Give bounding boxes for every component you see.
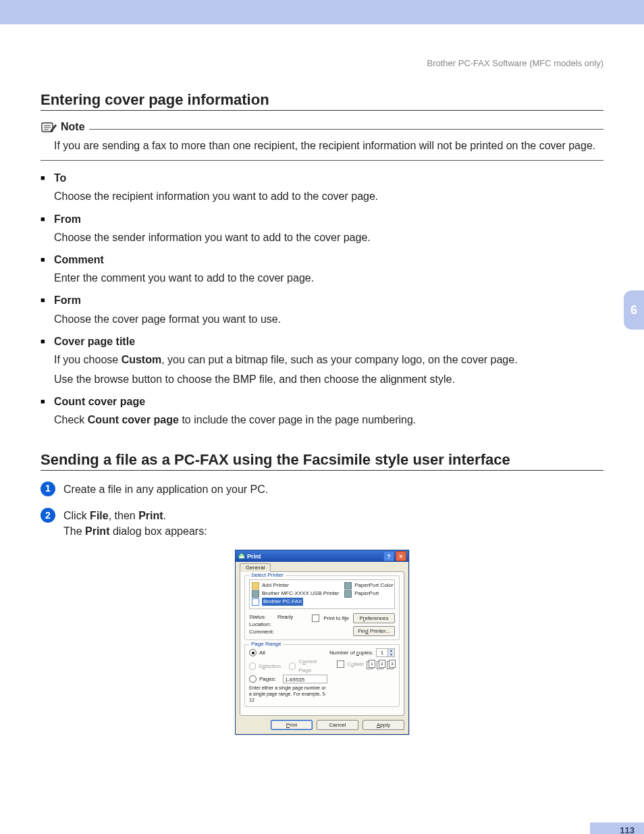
radio-pages-label: Pages: bbox=[259, 675, 276, 683]
printer-list[interactable]: Add Printer Brother MFC-XXXX USB Printer… bbox=[249, 579, 395, 609]
radio-all[interactable] bbox=[249, 649, 257, 656]
page-number: 113 bbox=[590, 823, 644, 834]
section2-title: Sending a file as a PC-FAX using the Fac… bbox=[41, 451, 603, 469]
copies-value: 1 bbox=[377, 649, 387, 656]
item-form-desc: Choose the cover page format you want to… bbox=[54, 311, 603, 327]
copies-spinner[interactable]: 1 ▲▼ bbox=[376, 648, 395, 657]
print-to-file-checkbox[interactable] bbox=[312, 615, 319, 622]
spinner-down-icon[interactable]: ▼ bbox=[388, 653, 394, 657]
group-select-printer-legend: Select Printer bbox=[249, 572, 286, 578]
printer-item-selected[interactable]: Brother PC-FAX bbox=[262, 598, 303, 606]
radio-pages[interactable] bbox=[249, 675, 257, 683]
titlebar-help-button[interactable]: ? bbox=[383, 551, 394, 561]
radio-all-label: All bbox=[259, 648, 265, 657]
copies-label: Number of copies: bbox=[329, 650, 373, 656]
step-list: 1 Create a file in any application on yo… bbox=[41, 481, 603, 540]
radio-current-label: Current Page bbox=[298, 657, 327, 675]
step-1-badge: 1 bbox=[41, 481, 55, 496]
item-from-head: From bbox=[54, 213, 81, 225]
running-header: Brother PC-FAX Software (MFC models only… bbox=[41, 58, 603, 68]
tab-general[interactable]: General bbox=[240, 563, 271, 572]
item-count-desc: Check Count cover page to include the co… bbox=[54, 412, 603, 427]
step-1-text: Create a file in any application on your… bbox=[63, 481, 268, 497]
radio-current-page bbox=[289, 662, 296, 670]
note-rule-bottom bbox=[41, 160, 603, 161]
item-comment-desc: Enter the comment you want to add to the… bbox=[54, 270, 603, 286]
pages-hint: Enter either a single page number or a s… bbox=[249, 685, 327, 703]
note-block: Note If you are sending a fax to more th… bbox=[41, 120, 603, 161]
page-body: Brother PC-FAX Software (MFC models only… bbox=[0, 24, 644, 755]
printer-icon bbox=[252, 598, 259, 606]
printer-item-3[interactable]: PaperPort Color bbox=[354, 581, 393, 590]
radio-selection-label: Selection bbox=[259, 662, 281, 671]
print-button[interactable]: Print bbox=[271, 720, 313, 730]
add-printer-icon bbox=[252, 582, 259, 590]
title-rule-2 bbox=[41, 470, 603, 471]
note-body: If you are sending a fax to more than on… bbox=[54, 138, 603, 153]
collate-glyph-icon: 11 22 33 bbox=[367, 660, 395, 668]
printer-item-1[interactable]: Brother MFC-XXXX USB Printer bbox=[262, 590, 339, 598]
printer-add[interactable]: Add Printer bbox=[262, 581, 289, 590]
item-cptitle-desc2: Use the browse button to choose the BMP … bbox=[54, 371, 603, 387]
titlebar-close-button[interactable]: × bbox=[396, 551, 406, 561]
preferences-button[interactable]: Preferences bbox=[353, 613, 395, 623]
step-2-text: Click File, then Print.The Print dialog … bbox=[63, 508, 207, 539]
group-select-printer: Select Printer Add Printer Brother MFC-X… bbox=[244, 575, 400, 640]
item-from-desc: Choose the sender information you want t… bbox=[54, 230, 603, 245]
collate-label: Collate bbox=[347, 661, 364, 667]
print-dialog: Print ? × General Select Printer bbox=[235, 550, 409, 735]
svg-rect-6 bbox=[240, 554, 243, 556]
cancel-button[interactable]: Cancel bbox=[317, 720, 358, 730]
printer-icon bbox=[238, 553, 245, 560]
printer-icon bbox=[344, 582, 352, 590]
step-2-badge: 2 bbox=[41, 508, 55, 523]
printer-status-block: Status:Ready Location: Comment: bbox=[249, 613, 293, 636]
note-label: Note bbox=[61, 121, 85, 133]
note-pencil-icon bbox=[41, 120, 57, 134]
section1-title: Entering cover page information bbox=[41, 91, 603, 109]
collate-checkbox[interactable] bbox=[337, 660, 344, 668]
item-form-head: Form bbox=[54, 294, 81, 306]
pages-input[interactable]: 1-65535 bbox=[283, 675, 327, 683]
top-accent-bar bbox=[0, 0, 644, 24]
dialog-title: Print bbox=[247, 553, 261, 560]
printer-item-4[interactable]: PaperPort bbox=[354, 590, 379, 598]
svg-marker-4 bbox=[50, 124, 57, 132]
find-printer-button[interactable]: Find Printer... bbox=[353, 626, 395, 636]
note-rule-top bbox=[89, 129, 603, 130]
print-to-file-label: Print to file bbox=[323, 615, 349, 621]
printer-icon bbox=[344, 590, 352, 598]
cover-page-fields-list: To Choose the recipient information you … bbox=[41, 170, 603, 427]
apply-button[interactable]: Apply bbox=[363, 720, 404, 730]
group-page-range: Page Range All Selection bbox=[244, 644, 400, 707]
printer-icon bbox=[252, 590, 259, 598]
item-cptitle-desc1: If you choose Custom, you can put a bitm… bbox=[54, 352, 603, 367]
group-page-range-legend: Page Range bbox=[249, 641, 283, 647]
item-cptitle-head: Cover page title bbox=[54, 336, 135, 347]
item-to-desc: Choose the recipient information you wan… bbox=[54, 188, 603, 204]
item-to-head: To bbox=[54, 172, 66, 184]
dialog-titlebar[interactable]: Print ? × bbox=[236, 550, 408, 562]
item-count-head: Count cover page bbox=[54, 396, 145, 407]
radio-selection bbox=[249, 662, 256, 670]
item-comment-head: Comment bbox=[54, 254, 104, 265]
title-rule bbox=[41, 110, 603, 111]
